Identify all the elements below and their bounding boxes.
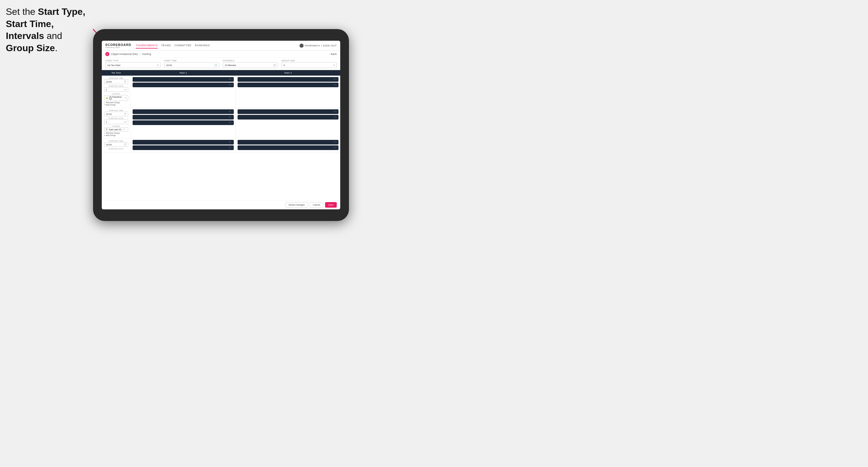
starting-hole-input-1[interactable]: 1▴▾	[104, 87, 128, 92]
starting-time-label-3: STARTING TIME:	[104, 140, 128, 142]
player-slot-4-2: ✕ ○	[238, 115, 339, 120]
player-slot-1-1: ✕ ○	[133, 77, 234, 82]
player-slot-3-1: ✕ ○	[133, 109, 234, 114]
breadcrumb-section: Hosting	[142, 53, 151, 56]
course-label-1: COURSE:	[104, 93, 128, 95]
player-slot-6-1: ✕ ○	[238, 140, 339, 145]
remove-player-6-1[interactable]: ✕ ○	[334, 141, 337, 143]
nav-tabs: TOURNAMENTS TEAMS COMMITTEE RANKINGS	[136, 43, 299, 49]
intervals-select[interactable]: 10 Minutes 🕐	[223, 62, 278, 68]
remove-player-3-2[interactable]: ✕ ○	[229, 116, 232, 118]
tee-settings-3: STARTING TIME: 10:20🕐 STARTING HOLE:	[102, 138, 131, 152]
starting-time-label-2: STARTING TIME:	[104, 110, 128, 112]
th-team2: Team 2	[236, 70, 341, 75]
start-time-chevron: 🕐	[214, 64, 217, 67]
breadcrumb-icon: C	[105, 52, 109, 56]
reset-changes-button[interactable]: Reset Changes	[285, 202, 308, 208]
tournament-name[interactable]: Clippd Invitational (Me)	[111, 53, 138, 56]
add-group-1[interactable]: + Add Group	[104, 104, 128, 106]
player-slot-5-2: ✕ ○	[133, 146, 234, 150]
intervals-label: Intervals	[223, 60, 278, 62]
course-icon-1: ⛳	[105, 97, 108, 99]
separator: |	[321, 44, 321, 47]
remove-group-2[interactable]: ○ Remove Group	[104, 132, 128, 134]
instruction-line1: Set the Start Type,	[6, 6, 85, 17]
starting-time-input-3[interactable]: 10:20🕐	[104, 142, 128, 147]
remove-player-1-2[interactable]: ✕ ○	[229, 84, 232, 86]
save-button[interactable]: Save	[325, 202, 337, 208]
group-size-select[interactable]: 3 ▾	[281, 62, 337, 68]
nav-bar: SCOREBOARD Powered by clippd TOURNAMENTS…	[102, 41, 340, 51]
remove-player-1-1[interactable]: ✕ ○	[229, 78, 232, 81]
table-header: Tee Time Team 1 Team 2	[102, 70, 340, 75]
add-group-2[interactable]: + Add Group	[104, 134, 128, 136]
breadcrumb-bar: C Clippd Invitational (Me) › Hosting ‹ B…	[102, 51, 340, 58]
th-team1: Team 1	[131, 70, 236, 75]
player-slot-3-2: ✕ ○	[133, 115, 234, 120]
instruction-bold2: Start Time,	[6, 19, 54, 29]
team1-col-2: ✕ ○ ✕ ○ ✕ ○	[131, 108, 236, 138]
nav-right: blair@clippd.io | Sign out	[300, 43, 337, 48]
nav-tab-rankings[interactable]: RANKINGS	[195, 43, 210, 49]
back-button[interactable]: ‹ Back	[329, 53, 337, 56]
remove-player-5-2[interactable]: ✕ ○	[229, 147, 232, 149]
intervals-group: Intervals 10 Minutes 🕐	[223, 60, 278, 68]
start-type-select[interactable]: 1st Tee Start ▾	[105, 62, 160, 68]
nav-tab-teams[interactable]: TEAMS	[161, 43, 171, 49]
group-row-1: STARTING TIME: 10:00🕐 STARTING HOLE: 1▴▾…	[102, 75, 340, 108]
course-remove-1[interactable]: ✕	[125, 97, 127, 99]
player-slot-4-1: ✕ ○	[238, 109, 339, 114]
cancel-button[interactable]: Cancel	[310, 202, 323, 208]
starting-time-input-1[interactable]: 10:00🕐	[104, 80, 128, 84]
team2-col-3: ✕ ○ ✕ ○	[236, 138, 341, 152]
intervals-chevron: 🕐	[273, 64, 276, 67]
starting-time-label-1: STARTING TIME:	[104, 77, 128, 79]
group-row-2: STARTING TIME: 10:10🕐 STARTING HOLE: 1▴▾…	[102, 108, 340, 138]
teams-wrapper-1: ✕ ○ ✕ ○ ✕ ○ ✕ ○	[131, 75, 340, 107]
course-remove-2[interactable]: ✕	[123, 128, 125, 130]
tablet-screen: SCOREBOARD Powered by clippd TOURNAMENTS…	[102, 41, 340, 209]
team1-col-3: ✕ ○ ✕ ○	[131, 138, 236, 152]
bottom-bar: Reset Changes Cancel Save	[102, 200, 340, 209]
group-size-chevron: ▾	[334, 64, 335, 67]
starting-hole-label-2: STARTING HOLE:	[104, 118, 128, 119]
remove-player-4-2[interactable]: ✕ ○	[334, 116, 337, 118]
remove-player-3-3[interactable]: ✕ ○	[229, 122, 232, 124]
table-content: STARTING TIME: 10:00🕐 STARTING HOLE: 1▴▾…	[102, 75, 340, 200]
start-time-group: Start Time 10:00 🕐	[164, 60, 219, 68]
nav-tab-tournaments[interactable]: TOURNAMENTS	[136, 43, 158, 49]
nav-tab-committee[interactable]: COMMITTEE	[175, 43, 192, 49]
remove-player-3-1[interactable]: ✕ ○	[229, 111, 232, 113]
instruction-bold4: Group Size	[6, 43, 55, 53]
start-type-chevron: ▾	[157, 64, 158, 67]
remove-player-2-2[interactable]: ✕ ○	[334, 84, 337, 86]
course-name-2: East Lake GC	[109, 128, 122, 130]
breadcrumb-separator: ›	[140, 53, 141, 56]
player-slot-5-1: ✕ ○	[133, 140, 234, 145]
tee-settings-2: STARTING TIME: 10:10🕐 STARTING HOLE: 1▴▾…	[102, 108, 131, 138]
starting-hole-input-2[interactable]: 1▴▾	[104, 120, 128, 124]
remove-player-5-1[interactable]: ✕ ○	[229, 141, 232, 143]
remove-player-2-1[interactable]: ✕ ○	[334, 78, 337, 81]
course-label-2: COURSE:	[104, 125, 128, 127]
instruction-period: .	[55, 43, 58, 53]
sign-out-link[interactable]: Sign out	[323, 43, 337, 48]
instruction-and: and	[44, 31, 62, 41]
course-tag-1: ⛳ (A) Peachtree GC ✕	[104, 95, 128, 101]
remove-group-1[interactable]: ○ Remove Group	[104, 101, 128, 103]
remove-player-6-2[interactable]: ✕ ○	[334, 147, 337, 149]
remove-player-4-1[interactable]: ✕ ○	[334, 111, 337, 113]
start-time-select[interactable]: 10:00 🕐	[164, 62, 219, 68]
team2-col-1: ✕ ○ ✕ ○	[236, 75, 341, 107]
course-name-1: (A) Peachtree GC	[109, 96, 124, 100]
player-slot-1-2: ✕ ○	[133, 83, 234, 87]
starting-time-input-2[interactable]: 10:10🕐	[104, 112, 128, 116]
course-icon-2: 🏌	[105, 128, 108, 130]
team1-col-1: ✕ ○ ✕ ○	[131, 75, 236, 107]
logo: SCOREBOARD Powered by clippd	[105, 43, 131, 48]
teams-wrapper-2: ✕ ○ ✕ ○ ✕ ○ ✕ ○ ✕	[131, 108, 340, 138]
starting-hole-label-1: STARTING HOLE:	[104, 85, 128, 87]
user-avatar	[300, 43, 304, 48]
th-teetime: Tee Time	[102, 70, 131, 75]
settings-row: Start Type 1st Tee Start ▾ Start Time 10…	[102, 58, 340, 70]
